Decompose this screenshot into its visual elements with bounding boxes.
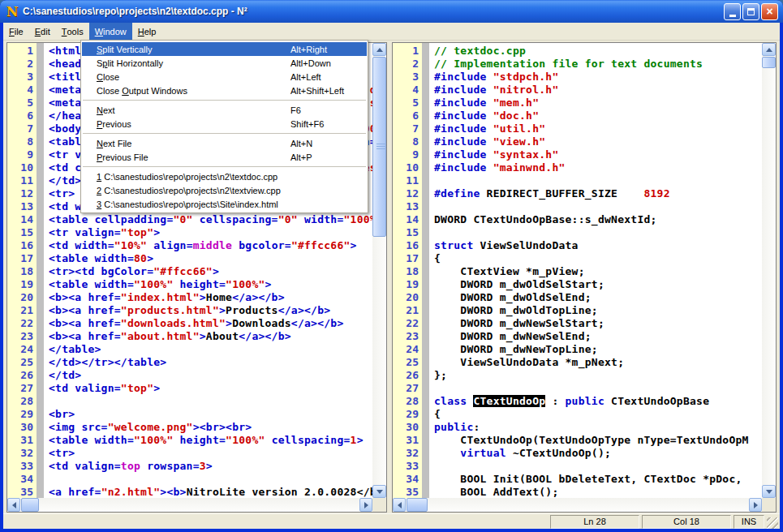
scroll-up-button[interactable] bbox=[762, 43, 776, 56]
window-menu-dropdown: Split VerticallyAlt+RightSplit Horizonta… bbox=[80, 40, 368, 213]
code-line: <td valign="top"> bbox=[49, 382, 372, 395]
line-number: 35 bbox=[7, 486, 37, 498]
thumb-grip-icon bbox=[376, 144, 387, 150]
horizontal-scrollbar-right[interactable] bbox=[393, 498, 762, 512]
minimize-button[interactable] bbox=[724, 3, 741, 20]
horizontal-scrollbar-left[interactable] bbox=[7, 498, 372, 512]
gutter-margin-right bbox=[422, 43, 429, 498]
code-line: DWORD m_dwNewTopLine; bbox=[434, 343, 762, 356]
code-line: <td width="10%" align=middle bgcolor="#f… bbox=[49, 239, 372, 252]
code-line: <b><a href="products.html">Products</a><… bbox=[49, 304, 372, 317]
menu-item-2-c-sanestudios-repo-projects-n2-textvie[interactable]: 2 C:\sanestudios\repo\projects\n2\textvi… bbox=[82, 183, 367, 197]
scroll-right-icon bbox=[364, 502, 368, 508]
code-line: #include "util.h" bbox=[434, 122, 762, 135]
editor-pane-right: 1234567891011121314151617181920212223242… bbox=[392, 42, 777, 513]
close-icon: × bbox=[766, 6, 772, 17]
window-title: C:\sanestudios\repo\projects\n2\textdoc.… bbox=[23, 6, 247, 17]
code-line: ViewSelUndoData *m_pNext; bbox=[434, 356, 762, 369]
menu-item-split-vertically[interactable]: Split VerticallyAlt+Right bbox=[82, 42, 367, 56]
menu-item-close-output-windows[interactable]: Close Output WindowsAlt+Shift+Left bbox=[82, 84, 367, 97]
line-number: 16 bbox=[7, 239, 37, 252]
line-number: 1 bbox=[7, 45, 37, 58]
menubar-item-file[interactable]: File bbox=[3, 23, 29, 40]
vertical-scrollbar-left[interactable] bbox=[372, 43, 386, 498]
code-line: <b><a href="index.html">Home</a></b> bbox=[49, 291, 372, 304]
line-number: 22 bbox=[7, 317, 37, 330]
line-number: 34 bbox=[393, 473, 422, 486]
vertical-scrollbar-right[interactable] bbox=[762, 43, 776, 498]
menu-item-label: 1 C:\sanestudios\repo\projects\n2\textdo… bbox=[97, 172, 290, 182]
menu-item-3-c-sanestudios-repo-projects-site-index[interactable]: 3 C:\sanestudios\repo\projects\Site\inde… bbox=[82, 197, 367, 211]
scroll-right-button[interactable] bbox=[359, 498, 372, 512]
scroll-left-button[interactable] bbox=[393, 498, 406, 512]
scroll-thumb[interactable] bbox=[21, 498, 39, 512]
line-number: 3 bbox=[7, 71, 37, 84]
menubar-item-tools[interactable]: Tools bbox=[56, 23, 89, 40]
menu-item-label: Close bbox=[97, 72, 290, 82]
line-number: 4 bbox=[7, 84, 37, 97]
scroll-left-button[interactable] bbox=[7, 498, 20, 512]
menubar-item-edit[interactable]: Edit bbox=[29, 23, 56, 40]
menu-item-shortcut: Alt+Right bbox=[290, 45, 359, 54]
scroll-thumb[interactable] bbox=[762, 57, 776, 68]
line-number: 34 bbox=[7, 473, 37, 486]
selected-text: CTextUndoOp bbox=[473, 395, 545, 407]
line-number: 27 bbox=[7, 382, 37, 395]
line-number: 15 bbox=[7, 226, 37, 239]
code-line: </td></tr></table> bbox=[49, 356, 372, 369]
scroll-down-button[interactable] bbox=[372, 485, 386, 498]
scroll-track[interactable] bbox=[20, 498, 359, 512]
scroll-track[interactable] bbox=[762, 56, 776, 485]
menu-item-shortcut: Alt+Shift+Left bbox=[290, 86, 359, 96]
status-column-indicator: Col 18 bbox=[642, 515, 731, 529]
line-number: 22 bbox=[393, 317, 422, 330]
line-number: 5 bbox=[393, 97, 422, 109]
menu-item-previous[interactable]: PreviousShift+F6 bbox=[82, 117, 367, 131]
scroll-up-icon bbox=[376, 48, 383, 52]
line-number: 28 bbox=[7, 395, 37, 408]
maximize-button[interactable] bbox=[742, 3, 759, 20]
menu-item-previous-file[interactable]: Previous FileAlt+P bbox=[82, 150, 367, 164]
menu-item-close[interactable]: CloseAlt+Left bbox=[82, 70, 367, 84]
line-number: 18 bbox=[7, 265, 37, 278]
code-line: DWORD m_dwNewSelStart; bbox=[434, 317, 762, 330]
scroll-thumb[interactable] bbox=[372, 57, 386, 237]
line-number: 12 bbox=[393, 187, 422, 200]
menu-item-next-file[interactable]: Next FileAlt+N bbox=[82, 136, 367, 150]
scroll-right-button[interactable] bbox=[749, 498, 762, 512]
code-line: CTextView *m_pView; bbox=[434, 265, 762, 278]
menubar-item-help[interactable]: Help bbox=[132, 23, 162, 40]
code-line: DWORD m_dwOldSelStart; bbox=[434, 278, 762, 291]
line-number: 23 bbox=[393, 330, 422, 343]
menu-item-next[interactable]: NextF6 bbox=[82, 103, 367, 117]
line-number: 19 bbox=[7, 278, 37, 291]
line-number: 2 bbox=[7, 58, 37, 71]
title-bar[interactable]: N C:\sanestudios\repo\projects\n2\textdo… bbox=[0, 0, 783, 23]
close-button[interactable]: × bbox=[761, 3, 778, 20]
scroll-down-button[interactable] bbox=[762, 485, 776, 498]
line-number: 33 bbox=[7, 460, 37, 473]
scroll-track[interactable] bbox=[372, 56, 386, 485]
line-number: 12 bbox=[7, 187, 37, 200]
scroll-thumb[interactable] bbox=[407, 498, 428, 512]
resize-grip[interactable] bbox=[767, 517, 778, 529]
scroll-track[interactable] bbox=[406, 498, 749, 512]
code-area-right[interactable]: // textdoc.cpp// Implementation file for… bbox=[429, 43, 762, 498]
menubar-item-window[interactable]: Window bbox=[89, 23, 132, 40]
code-line bbox=[434, 226, 762, 239]
line-number: 19 bbox=[393, 278, 422, 291]
code-line: <td valign=top rowspan=3> bbox=[49, 460, 372, 473]
menu-item-label: Previous bbox=[97, 119, 290, 129]
scroll-up-button[interactable] bbox=[372, 43, 386, 56]
line-number: 14 bbox=[393, 213, 422, 226]
line-number: 17 bbox=[7, 252, 37, 265]
menu-item-1-c-sanestudios-repo-projects-n2-textdoc[interactable]: 1 C:\sanestudios\repo\projects\n2\textdo… bbox=[82, 169, 367, 183]
menu-item-split-horizontally[interactable]: Split HorizontallyAltl+Down bbox=[82, 56, 367, 70]
line-number: 31 bbox=[393, 434, 422, 447]
code-line: CTextUndoOp(TextUndoOpType nType=TextUnd… bbox=[434, 434, 762, 447]
code-line: DWORD CTextUndoOpBase::s_dwNextId; bbox=[434, 213, 762, 226]
line-number: 8 bbox=[393, 135, 422, 148]
line-number: 6 bbox=[7, 109, 37, 122]
code-line: }; bbox=[434, 369, 762, 382]
line-number: 23 bbox=[7, 330, 37, 343]
